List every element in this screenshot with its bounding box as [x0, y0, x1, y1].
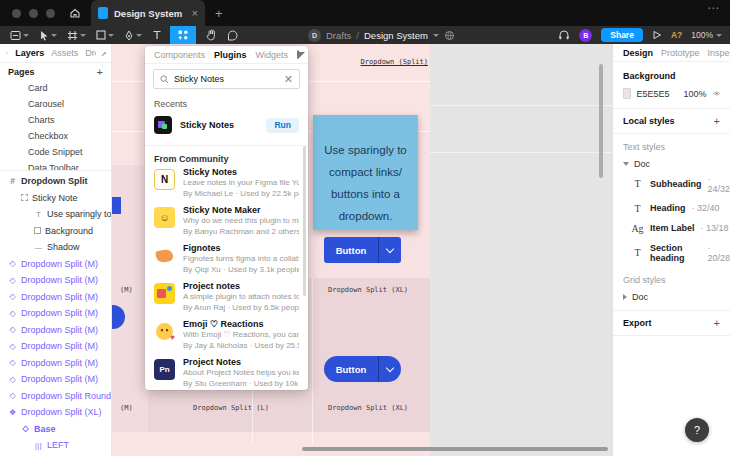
layer-row[interactable]: Dropdown Split	[0, 173, 111, 190]
tab-layers[interactable]: Layers	[15, 48, 44, 58]
split-button-label[interactable]: Button	[324, 356, 378, 382]
pen-tool-button[interactable]	[124, 30, 142, 41]
help-button[interactable]: ?	[685, 418, 709, 442]
page-item[interactable]: Card	[0, 80, 111, 96]
chevron-down-icon[interactable]	[623, 162, 629, 166]
tab-widgets[interactable]: Widgets	[256, 50, 289, 60]
layer-row[interactable]: Dropdown Split (M)	[0, 305, 111, 322]
eye-icon[interactable]	[713, 89, 720, 98]
tab-plugins[interactable]: Plugins	[214, 50, 247, 60]
text-style-row[interactable]: T Section heading · 20/28	[613, 238, 730, 267]
color-swatch[interactable]	[623, 88, 631, 99]
plugins-panel-scrollbar[interactable]	[303, 146, 306, 296]
run-plugin-button[interactable]: Run	[266, 118, 299, 133]
plugin-search-input[interactable]	[174, 74, 279, 84]
zoom-level-control[interactable]: 100%	[691, 30, 722, 40]
variant-label-xl[interactable]: Dropdown Split (XL)	[328, 286, 408, 294]
chevron-down-icon[interactable]	[433, 34, 439, 37]
globe-icon[interactable]	[444, 30, 455, 41]
new-tab-button[interactable]: +	[215, 6, 223, 21]
plugin-search-box[interactable]: ✕	[153, 69, 300, 89]
variant-label-m-clipped[interactable]: (M)	[120, 404, 133, 412]
variant-label-l[interactable]: Dropdown Split (L)	[193, 404, 269, 412]
open-in-new-window-icon[interactable]	[297, 50, 299, 59]
tab-prototype[interactable]: Prototype	[661, 48, 700, 58]
close-window-icon[interactable]	[12, 9, 21, 18]
audio-headphones-icon[interactable]	[558, 29, 570, 41]
layer-row[interactable]: Dropdown Split Rounded (XL)	[0, 388, 111, 405]
tab-inspect[interactable]: Inspect	[708, 48, 730, 58]
present-play-icon[interactable]	[652, 30, 662, 40]
layer-row[interactable]: Background	[0, 223, 111, 240]
layer-row[interactable]: Shadow	[0, 239, 111, 256]
variant-label-xl[interactable]: Dropdown Split (XL)	[328, 404, 408, 412]
split-button-m[interactable]: Button	[324, 237, 401, 263]
page-item[interactable]: Checkbox	[0, 128, 111, 144]
add-style-button[interactable]: +	[714, 115, 720, 127]
layer-row[interactable]: Dropdown Split (M)	[0, 322, 111, 339]
resources-tool-button[interactable]	[170, 26, 196, 44]
layer-row[interactable]: Base	[0, 421, 111, 438]
layer-row[interactable]: Dropdown Split (M)	[0, 371, 111, 388]
clear-search-icon[interactable]: ✕	[284, 73, 293, 86]
layer-row[interactable]: Dropdown Split (XL)	[0, 404, 111, 421]
tab-assets[interactable]: Assets	[51, 48, 78, 58]
breadcrumb-filename[interactable]: Design System	[364, 30, 428, 41]
page-item[interactable]: Charts	[0, 112, 111, 128]
file-tab[interactable]: Design System ×	[91, 0, 205, 26]
user-avatar[interactable]: B	[579, 29, 592, 42]
titlebar-overflow-icon[interactable]: ⋯	[707, 1, 720, 15]
comment-tool-button[interactable]	[227, 30, 238, 41]
layer-row[interactable]: Sticky Note	[0, 190, 111, 207]
split-button-xl-rounded[interactable]: Button	[324, 356, 401, 382]
text-style-row[interactable]: T Subheading · 24/32	[613, 169, 730, 198]
canvas-horizontal-scrollbar[interactable]	[302, 447, 608, 451]
chevron-right-icon[interactable]	[623, 294, 627, 300]
window-controls[interactable]	[12, 9, 55, 18]
split-button-label[interactable]: Button	[324, 237, 378, 263]
add-page-button[interactable]: +	[97, 66, 103, 78]
layer-row[interactable]: Dropdown Split (M)	[0, 256, 111, 273]
dev-badge[interactable]: A?	[671, 30, 682, 40]
layer-row[interactable]: Dropdown Split (M)	[0, 272, 111, 289]
tab-design[interactable]: Design	[623, 48, 653, 58]
add-export-button[interactable]: +	[714, 317, 720, 329]
background-hex-value[interactable]: E5E5E5	[637, 89, 670, 99]
layer-row[interactable]: Use sparingly to compact...	[0, 206, 111, 223]
text-style-row[interactable]: T Heading · 32/40	[613, 198, 730, 218]
grid-styles-group-doc[interactable]: Doc	[613, 285, 730, 302]
move-tool-button[interactable]	[39, 30, 57, 41]
share-button[interactable]: Share	[601, 28, 643, 42]
community-plugin-row[interactable]: Fignotes Fignotes turns figma into a col…	[145, 240, 308, 278]
text-styles-group-doc[interactable]: Doc	[613, 152, 730, 169]
community-plugin-row[interactable]: Emoji ♡ Reactions With Emoji ♡ Reactions…	[145, 316, 308, 354]
frame-title-dropdown-split[interactable]: Dropdown (Split)	[328, 58, 428, 66]
layer-row[interactable]: LEFT	[0, 437, 111, 454]
search-icon[interactable]	[6, 49, 8, 57]
text-style-row[interactable]: Ag Item Label · 13/18	[613, 218, 730, 238]
close-tab-icon[interactable]: ×	[192, 8, 198, 19]
split-button-dropdown[interactable]	[378, 237, 401, 263]
community-plugin-row[interactable]: ☺ Sticky Note Maker Why do we need this …	[145, 202, 308, 240]
background-color-row[interactable]: E5E5E5 100%	[613, 81, 730, 109]
variant-label-m-clipped[interactable]: (M)	[120, 286, 133, 294]
canvas-vertical-scrollbar[interactable]	[599, 64, 603, 178]
hand-tool-button[interactable]	[206, 29, 217, 41]
frame-tool-button[interactable]	[67, 30, 86, 41]
chevron-up-icon[interactable]	[101, 51, 106, 56]
recent-plugin-row[interactable]: Sticky Notes Run	[145, 111, 308, 139]
community-plugin-row[interactable]: Project notes A simple plugin to attach …	[145, 278, 308, 316]
sticky-note[interactable]: Use sparingly to compact links/ buttons …	[313, 115, 418, 230]
page-item[interactable]: Data Toolbar	[0, 160, 111, 170]
shape-tool-button[interactable]	[96, 30, 114, 40]
breadcrumb-project[interactable]: Drafts	[326, 30, 351, 41]
page-item[interactable]: Code Snippet	[0, 144, 111, 160]
layer-row[interactable]: Dropdown Split (M)	[0, 338, 111, 355]
page-selector[interactable]: Dropdo...	[85, 48, 96, 58]
background-opacity-value[interactable]: 100%	[684, 89, 707, 99]
tab-components[interactable]: Components	[154, 50, 205, 60]
home-button[interactable]	[69, 7, 81, 19]
layer-row[interactable]: Dropdown Split (M)	[0, 289, 111, 306]
community-plugin-row[interactable]: N Sticky Notes Leave notes in your Figma…	[145, 164, 308, 202]
page-item[interactable]: Carousel	[0, 96, 111, 112]
